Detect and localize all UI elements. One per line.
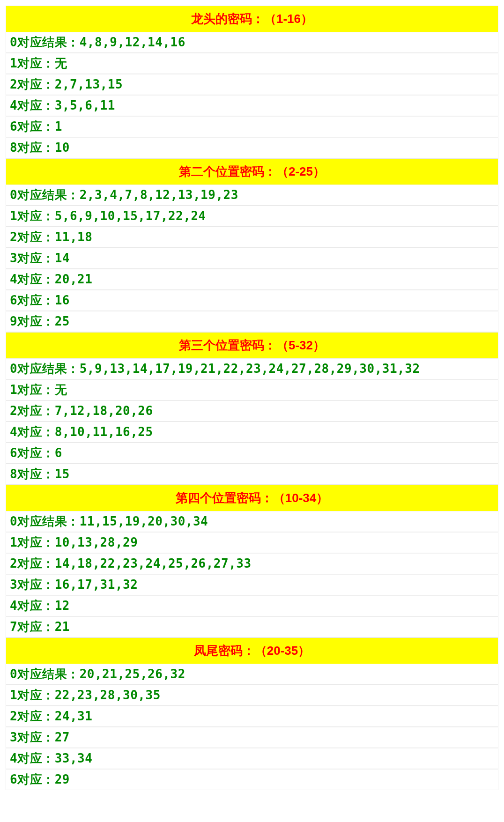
- data-row: 2对应：7,12,18,20,26: [6, 400, 498, 422]
- section-0: 龙头的密码：（1-16）0对应结果：4,8,9,12,14,161对应：无2对应…: [6, 6, 498, 158]
- data-row: 2对应：11,18: [6, 227, 498, 248]
- data-row: 8对应：15: [6, 464, 498, 485]
- section-header: 第二个位置密码：（2-25）: [6, 158, 498, 185]
- data-row: 4对应：12: [6, 595, 498, 616]
- data-row: 4对应：3,5,6,11: [6, 95, 498, 116]
- code-table-container: 龙头的密码：（1-16）0对应结果：4,8,9,12,14,161对应：无2对应…: [6, 6, 498, 790]
- data-row: 1对应：5,6,9,10,15,17,22,24: [6, 206, 498, 227]
- data-row: 9对应：25: [6, 311, 498, 332]
- data-row: 3对应：27: [6, 727, 498, 748]
- data-row: 3对应：14: [6, 248, 498, 269]
- data-row: 0对应结果：11,15,19,20,30,34: [6, 511, 498, 532]
- data-row: 2对应：24,31: [6, 706, 498, 727]
- data-row: 0对应结果：4,8,9,12,14,16: [6, 32, 498, 53]
- section-2: 第三个位置密码：（5-32）0对应结果：5,9,13,14,17,19,21,2…: [6, 332, 498, 485]
- section-3: 第四个位置密码：（10-34）0对应结果：11,15,19,20,30,341对…: [6, 485, 498, 637]
- section-header: 龙头的密码：（1-16）: [6, 6, 498, 32]
- data-row: 4对应：33,34: [6, 748, 498, 769]
- data-row: 2对应：14,18,22,23,24,25,26,27,33: [6, 553, 498, 574]
- data-row: 0对应结果：5,9,13,14,17,19,21,22,23,24,27,28,…: [6, 358, 498, 379]
- data-row: 6对应：6: [6, 443, 498, 464]
- data-row: 0对应结果：20,21,25,26,32: [6, 664, 498, 685]
- section-header: 第四个位置密码：（10-34）: [6, 485, 498, 511]
- data-row: 1对应：22,23,28,30,35: [6, 685, 498, 706]
- data-row: 6对应：16: [6, 290, 498, 311]
- data-row: 3对应：16,17,31,32: [6, 574, 498, 595]
- section-header: 凤尾密码：（20-35）: [6, 637, 498, 664]
- data-row: 4对应：8,10,11,16,25: [6, 422, 498, 443]
- data-row: 8对应：10: [6, 137, 498, 158]
- section-header: 第三个位置密码：（5-32）: [6, 332, 498, 358]
- data-row: 6对应：1: [6, 116, 498, 137]
- data-row: 6对应：29: [6, 769, 498, 790]
- data-row: 7对应：21: [6, 616, 498, 637]
- data-row: 0对应结果：2,3,4,7,8,12,13,19,23: [6, 185, 498, 206]
- data-row: 4对应：20,21: [6, 269, 498, 290]
- data-row: 2对应：2,7,13,15: [6, 74, 498, 95]
- section-4: 凤尾密码：（20-35）0对应结果：20,21,25,26,321对应：22,2…: [6, 637, 498, 790]
- data-row: 1对应：无: [6, 379, 498, 400]
- section-1: 第二个位置密码：（2-25）0对应结果：2,3,4,7,8,12,13,19,2…: [6, 158, 498, 332]
- data-row: 1对应：10,13,28,29: [6, 532, 498, 553]
- data-row: 1对应：无: [6, 53, 498, 74]
